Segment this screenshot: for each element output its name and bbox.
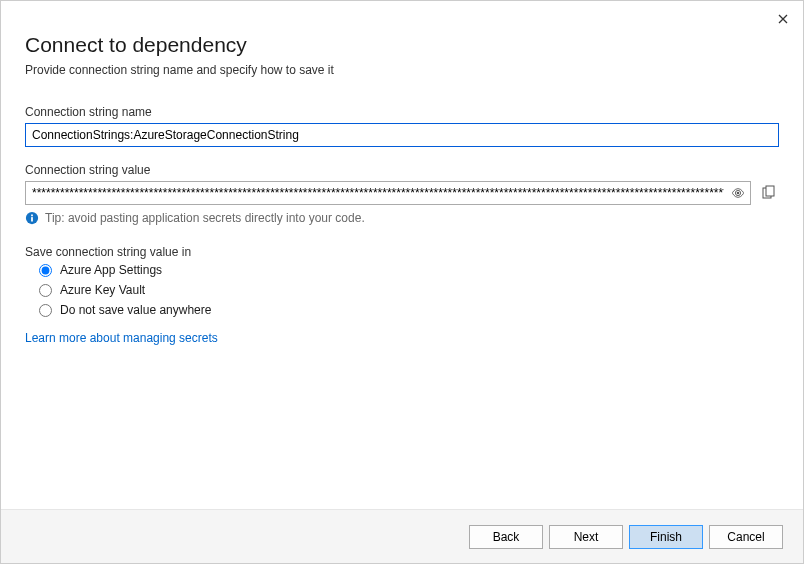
page-subtitle: Provide connection string name and speci… bbox=[25, 63, 779, 77]
connection-name-input[interactable] bbox=[25, 123, 779, 147]
next-button[interactable]: Next bbox=[549, 525, 623, 549]
radio-label: Azure App Settings bbox=[60, 263, 162, 277]
svg-rect-2 bbox=[766, 186, 774, 196]
dialog-footer: Back Next Finish Cancel bbox=[1, 509, 803, 563]
svg-point-0 bbox=[737, 192, 740, 195]
connection-name-label: Connection string name bbox=[25, 105, 779, 119]
tip-row: Tip: avoid pasting application secrets d… bbox=[25, 211, 779, 225]
connection-value-label: Connection string value bbox=[25, 163, 779, 177]
close-button[interactable] bbox=[773, 9, 793, 29]
connection-value-input[interactable] bbox=[25, 181, 751, 205]
radio-input-app-settings[interactable] bbox=[39, 264, 52, 277]
radio-app-settings[interactable]: Azure App Settings bbox=[39, 263, 779, 277]
dialog-content: Connect to dependency Provide connection… bbox=[1, 1, 803, 345]
radio-input-no-save[interactable] bbox=[39, 304, 52, 317]
radio-label: Azure Key Vault bbox=[60, 283, 145, 297]
svg-rect-4 bbox=[31, 217, 33, 221]
eye-icon bbox=[731, 186, 745, 200]
svg-rect-5 bbox=[31, 215, 33, 217]
radio-input-key-vault[interactable] bbox=[39, 284, 52, 297]
copy-button[interactable] bbox=[757, 182, 779, 204]
learn-more-link[interactable]: Learn more about managing secrets bbox=[25, 331, 218, 345]
page-title: Connect to dependency bbox=[25, 33, 779, 57]
info-icon bbox=[25, 211, 39, 225]
copy-icon bbox=[760, 185, 776, 201]
finish-button[interactable]: Finish bbox=[629, 525, 703, 549]
back-button[interactable]: Back bbox=[469, 525, 543, 549]
radio-label: Do not save value anywhere bbox=[60, 303, 211, 317]
tip-text: Tip: avoid pasting application secrets d… bbox=[45, 211, 365, 225]
reveal-button[interactable] bbox=[729, 184, 747, 202]
close-icon bbox=[778, 14, 788, 24]
save-section-label: Save connection string value in bbox=[25, 245, 779, 259]
radio-key-vault[interactable]: Azure Key Vault bbox=[39, 283, 779, 297]
cancel-button[interactable]: Cancel bbox=[709, 525, 783, 549]
radio-no-save[interactable]: Do not save value anywhere bbox=[39, 303, 779, 317]
save-radio-group: Azure App Settings Azure Key Vault Do no… bbox=[39, 263, 779, 317]
